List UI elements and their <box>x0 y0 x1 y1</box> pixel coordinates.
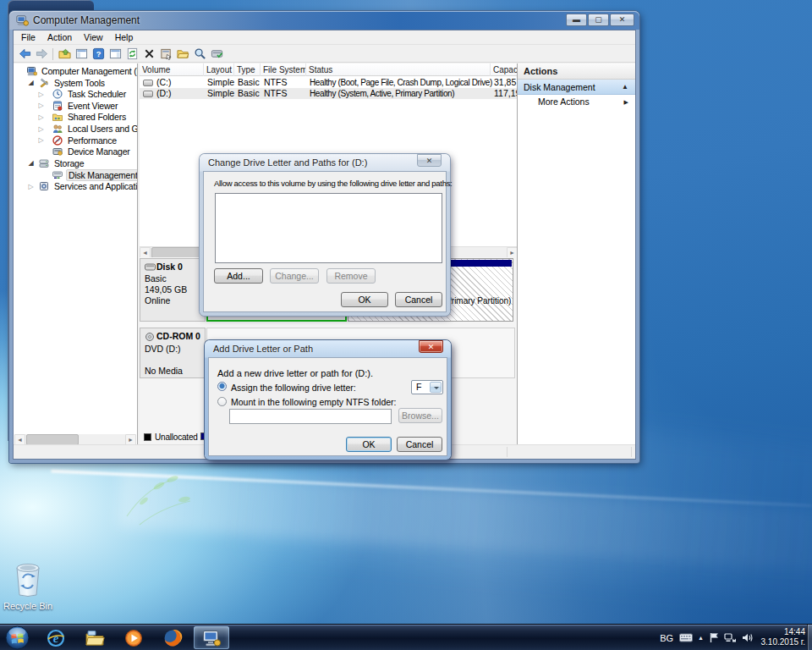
change-button[interactable]: Change... <box>270 268 319 284</box>
add-dialog-title: Add Drive Letter or Path <box>213 344 313 354</box>
up-folder-icon[interactable] <box>56 47 73 61</box>
help-icon[interactable]: ? <box>90 47 107 61</box>
svg-text:?: ? <box>96 50 101 58</box>
disk-status-icon[interactable] <box>208 47 225 61</box>
expand-toggle[interactable]: ▷ <box>37 102 45 109</box>
change-dialog-label: Allow access to this volume by using the… <box>214 179 452 188</box>
system-tray: BG ▲ <box>660 625 756 650</box>
clock-date: 3.10.2015 г. <box>761 637 805 647</box>
menu-action[interactable]: Action <box>41 32 78 42</box>
disk-column-line <box>140 379 206 428</box>
expand-toggle[interactable]: ▷ <box>37 91 45 98</box>
recycle-bin[interactable]: Recycle Bin <box>2 559 54 611</box>
collapse-toggle[interactable]: ◢ <box>27 80 35 86</box>
expand-right-icon[interactable]: ▶ <box>624 95 628 109</box>
keyboard-icon[interactable] <box>679 633 693 642</box>
expand-toggle[interactable]: ▷ <box>37 137 45 144</box>
taskbar-button-windows-explorer[interactable] <box>77 626 112 649</box>
find-icon[interactable] <box>191 47 208 61</box>
clock-time: 14:44 <box>761 627 805 637</box>
close-button[interactable]: ✕ <box>610 14 634 26</box>
taskbar-button-firefox[interactable] <box>155 626 190 649</box>
volume-icon[interactable] <box>742 632 754 643</box>
change-dialog-close-button[interactable]: ✕ <box>417 154 442 167</box>
expand-toggle[interactable]: ▷ <box>37 126 45 133</box>
expand-toggle[interactable]: ▷ <box>27 184 35 190</box>
assign-drive-letter-radio[interactable] <box>217 382 227 391</box>
forward-icon[interactable] <box>33 47 50 61</box>
disk0-header-cell[interactable]: Disk 0 Basic 149,05 GB Online <box>140 258 206 322</box>
combo-dropdown-button[interactable] <box>430 382 442 393</box>
drive-letter-listbox[interactable] <box>215 193 442 263</box>
collapse-icon[interactable]: ▲ <box>622 80 628 95</box>
action-center-flag-icon[interactable] <box>709 632 719 643</box>
tree-hscrollbar[interactable]: ◄► <box>14 434 136 444</box>
toolbar-separator <box>52 48 53 60</box>
change-drive-letter-dialog: Change Drive Letter and Paths for (D:) ✕… <box>200 154 450 316</box>
add-dialog-cancel-button[interactable]: Cancel <box>397 437 442 452</box>
add-dialog-ok-button[interactable]: OK <box>346 437 392 452</box>
volume-row-D[interactable]: (D:)SimpleBasicNTFSHealthy (System, Acti… <box>140 88 518 99</box>
taskbar: e BG ▲ 14:44 3.10.2015 г. <box>0 624 812 650</box>
cdrom-header-cell[interactable]: CD-ROM 0 DVD (D:) No Media <box>140 328 206 378</box>
volume-list-header: VolumeLayoutTypeFile SystemStatusCapaci <box>140 63 518 76</box>
add-dialog-close-button[interactable]: ✕ <box>419 340 443 353</box>
wallpaper-streak-1 <box>51 470 811 508</box>
local-users-icon <box>52 124 63 134</box>
collapse-toggle[interactable]: ◢ <box>27 160 35 167</box>
tray-expand-icon[interactable]: ▲ <box>698 635 704 641</box>
expand-toggle[interactable]: ▷ <box>37 114 45 121</box>
storage-icon <box>39 158 50 168</box>
window-icon <box>16 14 29 27</box>
computer-management-icon <box>27 66 38 76</box>
menu-bar: FileActionViewHelp <box>14 30 635 45</box>
menu-help[interactable]: Help <box>109 32 140 42</box>
toolbar: ? <box>14 46 635 63</box>
change-dialog-cancel-button[interactable]: Cancel <box>395 292 442 307</box>
network-icon[interactable] <box>724 632 737 643</box>
language-indicator[interactable]: BG <box>660 633 673 643</box>
column-header-status[interactable]: Status <box>306 63 491 76</box>
taskbar-button-computer-management[interactable] <box>194 626 229 649</box>
maximize-button[interactable]: ▢ <box>588 14 609 26</box>
desktop: Computer Management ▬ ▢ ✕ FileActionView… <box>0 0 812 650</box>
remove-button[interactable]: Remove <box>326 268 376 284</box>
show-action-pane-icon[interactable] <box>107 47 123 61</box>
disk-management-icon <box>52 169 63 179</box>
volume-row-C[interactable]: (C:)SimpleBasicNTFSHealthy (Boot, Page F… <box>140 77 518 88</box>
show-desktop-button[interactable] <box>807 625 812 650</box>
drive-letter-combo[interactable]: F <box>411 380 443 394</box>
menu-file[interactable]: File <box>15 32 41 42</box>
column-header-volume[interactable]: Volume <box>140 63 204 76</box>
change-dialog-content: Allow access to this volume by using the… <box>203 171 447 312</box>
properties-icon[interactable] <box>157 47 174 61</box>
window-titlebar[interactable]: Computer Management ▬ ▢ ✕ <box>9 11 639 30</box>
back-icon[interactable] <box>16 47 33 61</box>
mount-path-input[interactable] <box>229 409 392 424</box>
mount-folder-radio[interactable] <box>217 397 227 406</box>
open-folder-icon[interactable] <box>174 47 191 61</box>
delete-icon[interactable] <box>140 47 157 61</box>
window-title: Computer Management <box>33 14 140 26</box>
legend-unallocated: Unallocated <box>144 432 198 442</box>
minimize-button[interactable]: ▬ <box>566 14 587 26</box>
change-dialog-ok-button[interactable]: OK <box>341 292 388 307</box>
column-header-capaci[interactable]: Capaci <box>491 63 518 76</box>
actions-disk-management[interactable]: Disk Management▲ <box>518 80 635 95</box>
taskbar-button-media-player[interactable] <box>116 626 151 649</box>
menu-view[interactable]: View <box>78 32 109 42</box>
taskbar-button-internet-explorer[interactable]: e <box>38 626 74 649</box>
clock[interactable]: 14:44 3.10.2015 г. <box>761 627 805 647</box>
browse-button[interactable]: Browse... <box>398 408 442 423</box>
add-button[interactable]: Add... <box>214 268 263 284</box>
show-console-tree-icon[interactable] <box>73 47 90 61</box>
start-button[interactable] <box>4 625 30 650</box>
recycle-bin-icon <box>10 559 46 598</box>
column-header-layout[interactable]: Layout <box>204 63 234 76</box>
column-header-type[interactable]: Type <box>234 63 261 76</box>
services-icon <box>39 181 50 191</box>
add-dialog-label: Add a new drive letter or path for (D:). <box>217 368 373 378</box>
column-header-file-system[interactable]: File System <box>261 63 306 76</box>
actions-more-actions[interactable]: More Actions▶ <box>518 95 635 109</box>
refresh-icon[interactable] <box>123 47 140 61</box>
